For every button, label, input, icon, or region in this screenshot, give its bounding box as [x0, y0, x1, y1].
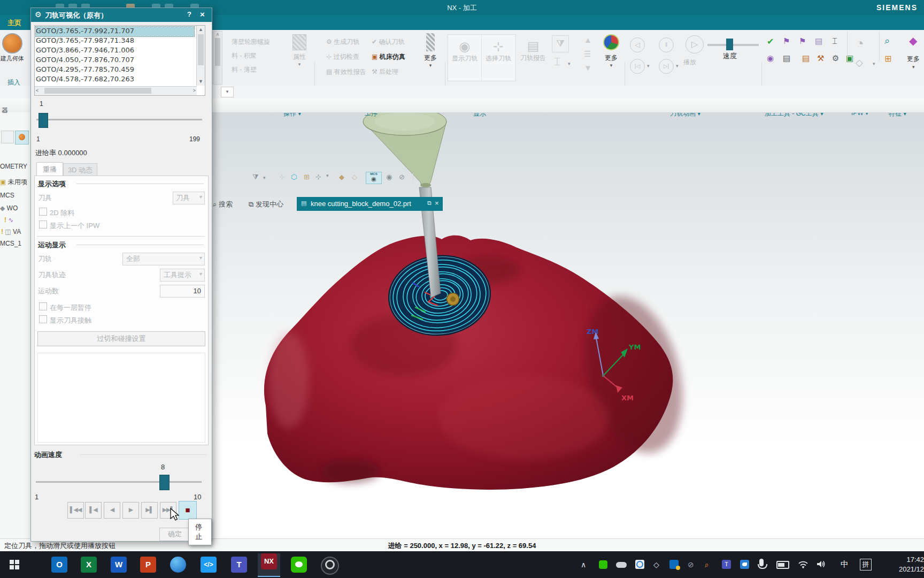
gc-doc-icon[interactable]: ▤ [783, 54, 790, 63]
tray-microphone-icon[interactable] [759, 559, 764, 566]
taskbar-teams[interactable]: T [231, 557, 247, 573]
hexagon-icon[interactable]: ⬡ [291, 173, 297, 181]
feature-more-button[interactable]: 更多 [907, 55, 920, 64]
postprocess-button[interactable]: ⚒ 后处理 [372, 67, 398, 77]
goto-row[interactable]: GOTO/4.295,-77.785,70.459 [36, 65, 194, 75]
goto-row-selected[interactable]: GOTO/3.765,-77.992,71.707 [36, 27, 194, 36]
tab-close-icon[interactable]: × [435, 199, 439, 207]
group-label-insert[interactable]: 插入 [7, 78, 20, 87]
step-back-button[interactable]: ◀ [104, 502, 120, 519]
line-slider-handle[interactable] [38, 113, 48, 128]
checkbox-show-last-ipw[interactable] [39, 220, 47, 231]
tree-item-mcs[interactable]: MCS [0, 192, 14, 199]
ime-language-indicator[interactable]: 中 [841, 559, 849, 569]
tool-dropdown-arrow-icon[interactable]: ▾ [199, 194, 202, 200]
tool-trace-dropdown[interactable]: 工具提示▾ [160, 269, 205, 282]
gc-book-icon[interactable]: ▤ [802, 54, 810, 63]
tray-teams-icon[interactable]: T [722, 560, 731, 569]
goto-first-button[interactable]: ▌◀◀ [67, 502, 84, 519]
start-button[interactable] [10, 560, 19, 569]
dialog-help-icon[interactable]: ? [187, 10, 191, 18]
mcs-display-toggle[interactable]: MCS ◉ [366, 172, 382, 184]
gc-check-icon[interactable]: ✔ [767, 36, 774, 47]
scroll-right-icon[interactable]: > [193, 87, 196, 95]
tab-3d-dynamic[interactable]: 3D 动态 [63, 163, 97, 177]
generate-toolpath-button[interactable]: ⚙ 生成刀轨 [326, 37, 359, 47]
taskbar-clock[interactable]: 17:42 2021/12 [883, 555, 924, 574]
ime-mode-indicator[interactable]: 拼 [860, 559, 872, 571]
gc-probe-icon[interactable]: ⌶ [832, 36, 837, 46]
property-button[interactable]: 属性 ▾ [290, 34, 309, 73]
gallery-scroll-thumb[interactable] [215, 38, 220, 66]
dialog-title-bar[interactable]: ⚙ 刀轨可视化（原有） ? × [31, 8, 212, 22]
speed-slider-track[interactable] [36, 481, 202, 483]
tree-item-valve[interactable]: ! ◫ VA [1, 228, 21, 235]
ipw-display-icon[interactable]: ⧩ [552, 35, 569, 52]
tab-replay[interactable]: 重播 [36, 162, 63, 177]
filter-icon[interactable]: ⧩ [252, 173, 259, 181]
goto-vertical-scrollbar[interactable]: ▲ ▼ [196, 26, 205, 86]
scroll-down-icon[interactable]: ▼ [197, 78, 205, 86]
tray-cloud-app-icon[interactable] [635, 560, 644, 569]
feature-stamp-icon[interactable]: ⊞ [884, 54, 891, 64]
navigator-view-icon[interactable] [1, 131, 14, 143]
move-down-icon[interactable]: ▼ [584, 63, 592, 72]
hscroll-thumb[interactable] [44, 88, 151, 94]
tray-expand-icon[interactable]: ∧ [581, 560, 586, 569]
anim-speed-slider[interactable] [707, 44, 759, 46]
ipw-secondary-icon[interactable]: ◇ [856, 57, 863, 69]
tray-onedrive-icon[interactable] [616, 562, 627, 568]
solid-cube-icon[interactable]: ◆ [339, 173, 344, 181]
anim-goto-end-dropdown-icon[interactable]: ▾ [676, 63, 679, 69]
move-up-icon[interactable]: ▲ [584, 35, 592, 44]
tab-document-active[interactable]: ▤ knee cutting_block_demo_02.prt ⧉ × [297, 197, 443, 211]
tray-wechat-icon[interactable] [599, 560, 607, 569]
gallery-item-thin-wall-spiral[interactable]: 薄壁轮廓螺旋 [232, 37, 270, 47]
anim-speed-slider-handle[interactable] [726, 39, 733, 50]
verify-toolpath-button[interactable]: ✔ 确认刀轨 [372, 37, 404, 47]
tray-3d-viewer-icon[interactable]: ◇ [653, 560, 659, 569]
taskbar-outlook[interactable]: O [51, 557, 67, 573]
display-more-button[interactable]: 更多 ▾ [601, 34, 621, 68]
taskbar-browser[interactable] [170, 557, 186, 573]
gc-chat-icon[interactable]: ◉ [767, 54, 774, 63]
step-to-start-button[interactable]: ▌◀ [85, 502, 102, 519]
box-create-icon[interactable]: ⊞ [304, 173, 310, 181]
taskbar-obs[interactable] [321, 557, 339, 575]
gallery-scroll-up-icon[interactable]: ∧ [213, 32, 222, 37]
checkbox-pause-each-level[interactable] [39, 302, 47, 313]
step-forward-button[interactable]: ▶▌ [141, 502, 158, 519]
property-dropdown-icon[interactable]: ▾ [290, 62, 309, 67]
anim-pause-button[interactable]: ‖ [659, 37, 674, 52]
show-object-icon[interactable]: ◉ [386, 173, 392, 181]
filter-dropdown-icon[interactable]: ▾ [263, 175, 266, 180]
hide-object-icon[interactable]: ⊘ [399, 173, 405, 181]
tree-item-mcs-1[interactable]: MCS_1 [0, 240, 21, 247]
gallery-scrollbar[interactable]: ∧ [213, 31, 222, 85]
tool-dropdown[interactable]: 刀具▾ [173, 192, 205, 204]
tool-display-button[interactable]: ⌶ [554, 56, 560, 68]
tool-trace-dropdown-arrow-icon[interactable]: ▾ [199, 271, 202, 277]
layers-icon[interactable]: ☰ [584, 49, 591, 59]
machine-simulation-button[interactable]: ▣ 机床仿真 [372, 52, 405, 62]
taskbar-excel[interactable]: X [81, 557, 97, 573]
feature-cup-icon[interactable]: ◆ [909, 34, 917, 47]
sidebar-home-tab[interactable]: 主页 [0, 15, 30, 30]
toolpath-dropdown-arrow-icon[interactable]: ▾ [199, 255, 202, 261]
tray-outlook-alert-icon[interactable] [669, 560, 679, 569]
feature-search-icon[interactable]: ⌕ [884, 35, 890, 47]
ipw-dropdown-icon[interactable]: ▾ [873, 61, 875, 66]
taskbar-powerpoint[interactable]: P [140, 557, 156, 573]
gallery-item-stock[interactable]: 料 - 积聚 [232, 51, 257, 60]
tree-item-operation[interactable]: ! ∿ [4, 216, 13, 224]
anim-play-button[interactable]: ▷ [686, 35, 704, 54]
anim-step-back-button[interactable]: ◁ [630, 37, 645, 52]
goto-row[interactable]: GOTO/3.866,-77.946,71.006 [36, 46, 194, 56]
scroll-left-icon[interactable]: < [36, 87, 38, 95]
checkbox-show-tool-contact[interactable] [39, 315, 47, 325]
selection-scope-dropdown[interactable]: ▾ [221, 87, 234, 97]
motion-count-input[interactable]: 10 [160, 285, 205, 298]
scroll-up-icon[interactable]: ▲ [197, 26, 205, 34]
show-toolpath-button[interactable]: ◉ 显示刀轨 [448, 35, 482, 81]
wire-cube-icon[interactable]: ◇ [352, 173, 357, 181]
